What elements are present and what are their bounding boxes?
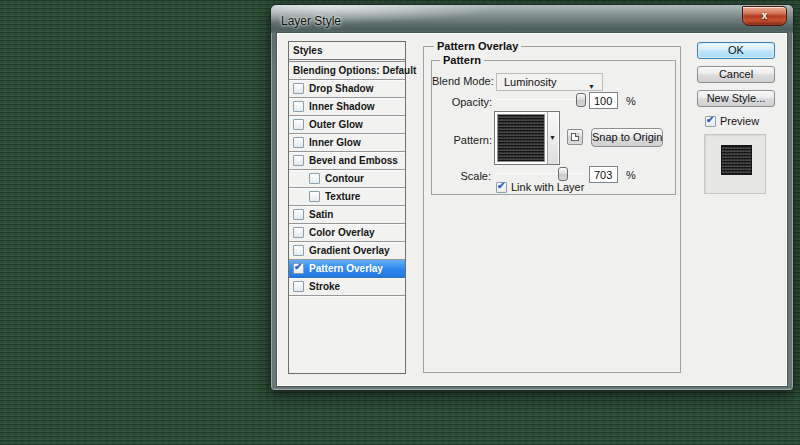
opacity-unit: % bbox=[626, 95, 636, 107]
section-title: Pattern bbox=[440, 54, 484, 66]
list-item-stroke[interactable]: Stroke bbox=[289, 278, 405, 296]
snap-to-origin-button[interactable]: Snap to Origin bbox=[591, 128, 663, 147]
preview-checkbox[interactable] bbox=[705, 116, 716, 127]
preview-thumbnail bbox=[721, 145, 752, 175]
item-checkbox[interactable] bbox=[293, 263, 304, 274]
item-checkbox[interactable] bbox=[293, 137, 304, 148]
window-title: Layer Style bbox=[281, 14, 341, 28]
list-item-inner-shadow[interactable]: Inner Shadow bbox=[289, 98, 405, 116]
scale-unit: % bbox=[626, 169, 636, 181]
new-preset-icon bbox=[571, 133, 579, 141]
list-item-satin[interactable]: Satin bbox=[289, 206, 405, 224]
pattern-picker-arrow[interactable]: ▼ bbox=[547, 112, 558, 164]
new-style-button[interactable]: New Style... bbox=[697, 90, 775, 107]
list-item-drop-shadow[interactable]: Drop Shadow bbox=[289, 80, 405, 98]
item-checkbox[interactable] bbox=[293, 119, 304, 130]
pattern-overlay-group: Pattern Overlay Pattern Blend Mode: Lumi… bbox=[423, 46, 681, 373]
title-bar[interactable]: Layer Style bbox=[271, 5, 793, 33]
item-checkbox[interactable] bbox=[293, 227, 304, 238]
preview-box bbox=[704, 134, 766, 194]
slider-track bbox=[495, 173, 584, 174]
chevron-down-icon: ▼ bbox=[549, 134, 556, 141]
item-checkbox[interactable] bbox=[293, 209, 304, 220]
blend-mode-label: Blend Mode: bbox=[432, 75, 492, 87]
link-with-layer-label: Link with Layer bbox=[511, 181, 584, 193]
layer-style-dialog: Layer Style x Styles Blending Options: D… bbox=[270, 4, 794, 391]
scale-slider-thumb[interactable] bbox=[558, 167, 568, 181]
opacity-slider[interactable] bbox=[496, 92, 585, 108]
list-item-bevel-and-emboss[interactable]: Bevel and Emboss bbox=[289, 152, 405, 170]
close-button[interactable]: x bbox=[742, 6, 787, 26]
scale-slider[interactable] bbox=[495, 166, 584, 182]
ok-button[interactable]: OK bbox=[697, 42, 775, 59]
item-checkbox[interactable] bbox=[293, 83, 304, 94]
item-checkbox[interactable] bbox=[309, 191, 320, 202]
pattern-section: Pattern Blend Mode: Luminosity ▼ Opacity… bbox=[431, 60, 676, 195]
list-item-color-overlay[interactable]: Color Overlay bbox=[289, 224, 405, 242]
list-item-inner-glow[interactable]: Inner Glow bbox=[289, 134, 405, 152]
pattern-picker[interactable]: ▼ bbox=[494, 111, 560, 165]
opacity-slider-thumb[interactable] bbox=[576, 93, 586, 107]
list-item-texture[interactable]: Texture bbox=[289, 188, 405, 206]
group-title: Pattern Overlay bbox=[434, 40, 521, 52]
dialog-client-area: Styles Blending Options: Default Drop Sh… bbox=[277, 33, 787, 386]
list-item-contour[interactable]: Contour bbox=[289, 170, 405, 188]
blend-mode-value: Luminosity bbox=[504, 76, 557, 88]
new-pattern-button[interactable] bbox=[567, 129, 583, 145]
opacity-field[interactable] bbox=[589, 92, 618, 109]
list-item-gradient-overlay[interactable]: Gradient Overlay bbox=[289, 242, 405, 260]
link-with-layer-checkbox[interactable] bbox=[496, 182, 507, 193]
styles-list-header[interactable]: Styles bbox=[289, 42, 405, 60]
preview-row[interactable]: Preview bbox=[705, 115, 759, 127]
close-icon: x bbox=[762, 10, 768, 21]
blend-mode-dropdown[interactable]: Luminosity ▼ bbox=[496, 73, 603, 91]
link-with-layer-row[interactable]: Link with Layer bbox=[496, 181, 584, 193]
cancel-button[interactable]: Cancel bbox=[697, 66, 775, 83]
scale-field[interactable] bbox=[589, 166, 618, 183]
scale-label: Scale: bbox=[432, 170, 491, 182]
pattern-label: Pattern: bbox=[432, 134, 492, 146]
list-item-blending-options[interactable]: Blending Options: Default bbox=[289, 62, 405, 80]
item-checkbox[interactable] bbox=[309, 173, 320, 184]
item-checkbox[interactable] bbox=[293, 101, 304, 112]
list-item-pattern-overlay[interactable]: Pattern Overlay bbox=[289, 260, 405, 278]
styles-list: Styles Blending Options: Default Drop Sh… bbox=[288, 41, 406, 374]
pattern-swatch[interactable] bbox=[497, 114, 545, 162]
preview-label: Preview bbox=[720, 115, 759, 127]
slider-track bbox=[496, 99, 585, 100]
list-item-outer-glow[interactable]: Outer Glow bbox=[289, 116, 405, 134]
item-checkbox[interactable] bbox=[293, 245, 304, 256]
item-checkbox[interactable] bbox=[293, 155, 304, 166]
opacity-label: Opacity: bbox=[432, 96, 492, 108]
item-checkbox[interactable] bbox=[293, 281, 304, 292]
